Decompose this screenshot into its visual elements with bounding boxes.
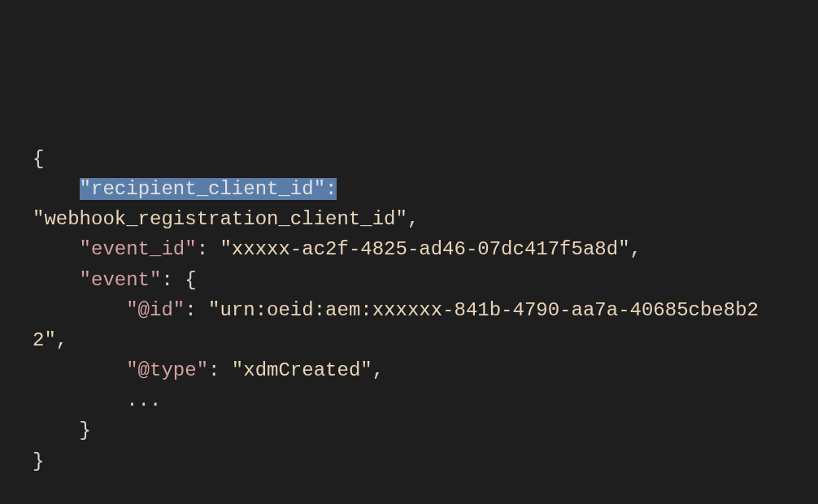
comma: , [56, 329, 67, 351]
brace-close: } [80, 419, 91, 441]
comma: , [407, 208, 419, 230]
json-key: "event" [80, 269, 162, 291]
json-value: "xxxxx-ac2f-4825-ad46-07dc417f5a8d" [220, 238, 629, 260]
json-value: "webhook_registration_client_id" [33, 208, 407, 230]
indent [33, 419, 80, 441]
colon: : [185, 299, 208, 321]
comma: , [630, 238, 642, 260]
json-key: "event_id" [80, 238, 197, 260]
indent [33, 389, 126, 411]
json-key: "@type" [126, 359, 208, 381]
indent [33, 178, 80, 200]
colon: : [161, 269, 185, 291]
brace-close: } [33, 450, 44, 472]
colon: : [208, 359, 232, 381]
brace-open: { [33, 148, 44, 170]
highlighted-key: "recipient_client_id": [80, 178, 337, 200]
indent [33, 299, 126, 321]
ellipsis: ... [126, 389, 161, 411]
brace-open: { [185, 269, 196, 291]
colon: : [197, 238, 220, 260]
json-key: "@id" [126, 299, 185, 321]
comma: , [372, 359, 384, 381]
indent [33, 359, 126, 381]
json-value: "xdmCreated" [232, 359, 372, 381]
code-block[interactable]: { "recipient_client_id": "webhook_regist… [33, 144, 785, 476]
indent [33, 238, 80, 260]
indent [33, 269, 80, 291]
